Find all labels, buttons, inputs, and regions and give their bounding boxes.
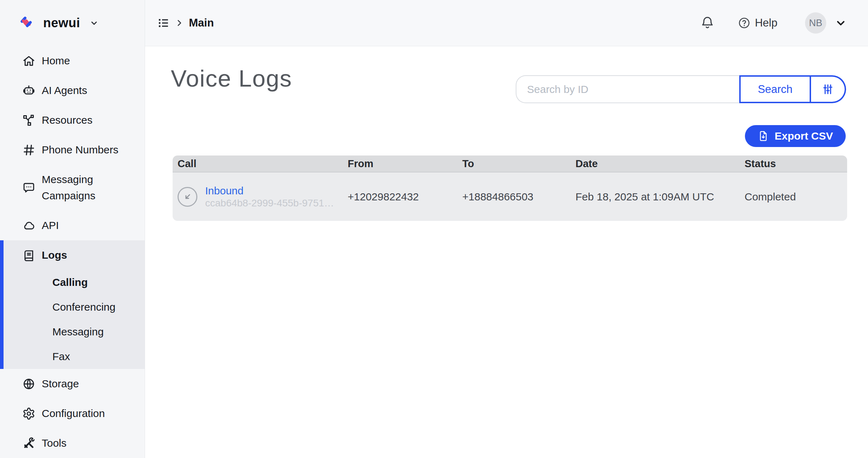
avatar-initials: NB	[809, 18, 822, 29]
voice-logs-table: Call From To Date Status Inbound	[173, 155, 847, 221]
sidebar-item-phone-numbers[interactable]: Phone Numbers	[0, 135, 145, 165]
sidebar: newui Home	[0, 0, 145, 458]
column-header-date: Date	[575, 158, 745, 170]
sidebar-subitem-label: Messaging	[52, 326, 104, 338]
breadcrumb: Main	[157, 17, 214, 29]
from-cell: +12029822432	[348, 191, 462, 203]
network-icon	[22, 114, 35, 127]
sidebar-item-logs[interactable]: Logs	[0, 240, 145, 270]
export-csv-button[interactable]: Export CSV	[745, 125, 846, 147]
export-csv-label: Export CSV	[775, 130, 833, 142]
bell-icon[interactable]	[700, 16, 714, 30]
sidebar-subitem-label: Calling	[52, 276, 88, 288]
column-header-call: Call	[178, 158, 348, 170]
sidebar-item-label: Resources	[42, 114, 92, 126]
sidebar-item-label: AI Agents	[42, 84, 87, 96]
brand-name: newui	[43, 16, 80, 30]
status-cell: Completed	[745, 191, 847, 203]
sidebar-subitem-fax[interactable]: Fax	[0, 344, 145, 369]
hash-icon	[22, 143, 35, 157]
gear-icon	[22, 407, 35, 420]
column-header-status: Status	[745, 158, 847, 170]
sidebar-item-ai-agents[interactable]: AI Agents	[0, 76, 145, 105]
sidebar-item-label: Messaging Campaigns	[42, 171, 116, 204]
robot-icon	[22, 84, 35, 97]
help-button[interactable]: Help	[738, 17, 777, 29]
globe-icon	[22, 377, 35, 391]
sidebar-group-logs: Logs Calling Conferencing Messaging Fax	[0, 240, 145, 369]
topbar: Main Help NB	[145, 0, 868, 46]
app-root: newui Home	[0, 0, 868, 458]
message-icon	[22, 181, 35, 194]
chevron-down-icon[interactable]	[835, 17, 847, 29]
sidebar-subitem-label: Fax	[52, 351, 70, 363]
search-input[interactable]	[516, 75, 739, 103]
date-cell: Feb 18, 2025 at 1:09AM UTC	[575, 191, 745, 203]
brand-logo-icon	[18, 14, 37, 32]
chevron-right-icon	[175, 18, 184, 28]
help-icon	[738, 17, 751, 29]
sidebar-item-label: Phone Numbers	[42, 144, 118, 156]
chevron-down-icon	[89, 18, 99, 28]
table-row[interactable]: Inbound ccab64b8-2999-455b-9751… +120298…	[173, 172, 847, 221]
main-content: Voice Logs Search Export CSV Call F	[145, 46, 868, 458]
sidebar-item-label: Logs	[42, 249, 67, 261]
search-group: Search	[516, 75, 846, 103]
inbound-arrow-icon	[178, 187, 197, 207]
sidebar-subitem-messaging[interactable]: Messaging	[0, 319, 145, 344]
sidebar-subitem-label: Conferencing	[52, 301, 115, 313]
table-header: Call From To Date Status	[173, 155, 847, 172]
sidebar-nav: Home AI Agents	[0, 46, 145, 458]
sidebar-item-configuration[interactable]: Configuration	[0, 399, 145, 428]
tools-icon	[22, 437, 35, 450]
sliders-icon	[821, 83, 834, 96]
call-cell: Inbound ccab64b8-2999-455b-9751…	[178, 185, 348, 209]
avatar[interactable]: NB	[805, 12, 826, 34]
sidebar-item-label: Home	[42, 55, 70, 67]
brand-menu[interactable]: newui	[0, 0, 145, 46]
search-button[interactable]: Search	[739, 75, 811, 103]
sidebar-item-label: Configuration	[42, 407, 105, 419]
call-meta: Inbound ccab64b8-2999-455b-9751…	[205, 185, 334, 209]
sidebar-item-storage[interactable]: Storage	[0, 369, 145, 399]
column-header-to: To	[462, 158, 575, 170]
help-label: Help	[755, 17, 777, 29]
column-header-from: From	[348, 158, 462, 170]
sidebar-item-label: API	[42, 219, 59, 231]
sidebar-subitem-conferencing[interactable]: Conferencing	[0, 295, 145, 319]
call-direction-link[interactable]: Inbound	[205, 185, 334, 197]
sidebar-item-home[interactable]: Home	[0, 46, 145, 76]
file-download-icon	[758, 130, 769, 142]
page-title: Voice Logs	[171, 65, 292, 92]
book-icon	[22, 249, 35, 262]
sidebar-item-resources[interactable]: Resources	[0, 105, 145, 135]
to-cell: +18884866503	[462, 191, 575, 203]
sidebar-subitem-calling[interactable]: Calling	[0, 270, 145, 295]
sidebar-item-messaging-campaigns[interactable]: Messaging Campaigns	[0, 165, 145, 211]
sidebar-item-label: Storage	[42, 378, 79, 390]
topbar-actions: Help NB	[700, 12, 847, 34]
list-icon[interactable]	[157, 17, 170, 29]
sidebar-item-label: Tools	[42, 437, 66, 449]
call-id: ccab64b8-2999-455b-9751…	[205, 198, 334, 209]
sidebar-item-tools[interactable]: Tools	[0, 428, 145, 458]
sidebar-item-api[interactable]: API	[0, 211, 145, 240]
breadcrumb-current[interactable]: Main	[189, 17, 214, 29]
home-icon	[22, 54, 35, 67]
filter-button[interactable]	[811, 75, 846, 103]
cloud-icon	[22, 219, 35, 232]
active-section-indicator	[0, 240, 4, 369]
